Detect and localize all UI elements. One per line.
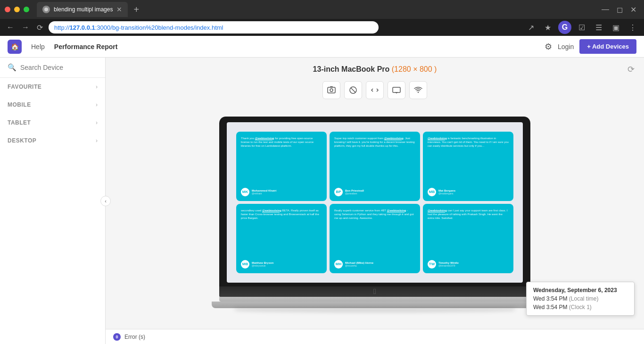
disable-button[interactable] bbox=[344, 81, 362, 99]
author-info-2: Mat Bergans @matbergans bbox=[438, 189, 455, 195]
screen-button[interactable] bbox=[388, 81, 405, 99]
datetime-tooltip: Wednesday, September 6, 2023 Wed 3:54 PM… bbox=[526, 282, 635, 316]
back-button[interactable]: ← bbox=[5, 21, 16, 34]
datetime-clock-time: Wed 3:54 PM bbox=[533, 304, 567, 310]
testimonial-grid: Thank you @webtoolsing for providing fre… bbox=[227, 122, 523, 283]
author-info-5: Timothy Wintle @timwintle1979 bbox=[438, 261, 459, 267]
close-window-button[interactable] bbox=[5, 7, 10, 12]
tablet-chevron: › bbox=[96, 119, 98, 126]
login-button[interactable]: Login bbox=[558, 43, 574, 50]
card-text-4: Really superb customer service from #BT … bbox=[334, 209, 415, 220]
new-tab-button[interactable]: + bbox=[133, 4, 139, 15]
author-handle-5: @timwintle1979 bbox=[438, 264, 459, 267]
browser-restore-button[interactable]: ◻ bbox=[614, 3, 626, 16]
device-toolbar bbox=[106, 81, 644, 99]
reload-button[interactable]: ⟳ bbox=[35, 21, 45, 34]
status-bar: 0 Error (s) bbox=[106, 329, 644, 344]
browser-minimize-button[interactable]: — bbox=[599, 3, 612, 16]
svg-point-3 bbox=[330, 89, 333, 92]
code-button[interactable] bbox=[366, 81, 384, 99]
laptop-base bbox=[212, 302, 538, 308]
browser-profile-icon[interactable]: G bbox=[558, 21, 571, 34]
card-text-2: @webtoolsing is fantastic benchmarking i… bbox=[428, 136, 509, 148]
mobile-chevron: › bbox=[96, 101, 98, 108]
card-author-0: MK Mohammed Khatri @mkhatri bbox=[241, 188, 322, 196]
maximize-window-button[interactable] bbox=[24, 7, 29, 12]
add-devices-button[interactable]: + Add Devices bbox=[579, 39, 636, 54]
datetime-clock: Wed 3:54 PM (Clock 1) bbox=[533, 304, 627, 310]
browser-bookmark-icon[interactable]: ★ bbox=[541, 21, 554, 34]
device-header: 13-inch MacBook Pro (1280 × 800 ) ⟳ bbox=[106, 58, 644, 81]
card-text-5: @webtoolsing can I just say your support… bbox=[428, 209, 509, 220]
sidebar-item-favourite[interactable]: FAVOURITE › bbox=[0, 78, 105, 96]
network-button[interactable] bbox=[409, 81, 427, 99]
card-author-5: TW Timothy Wintle @timwintle1979 bbox=[428, 260, 509, 268]
header-right: ⚙ Login + Add Devices bbox=[545, 39, 636, 54]
address-bar: ← → ⟳ http://127.0.0.1:3000/bg-transitio… bbox=[0, 19, 644, 36]
card-text-1: Super top notch customer support from @w… bbox=[334, 136, 415, 148]
browser-chrome: blending multipl images ✕ + — ◻ ✕ bbox=[0, 0, 644, 19]
browser-tab[interactable]: blending multipl images ✕ bbox=[37, 2, 128, 17]
sidebar-item-desktop[interactable]: DESKTOP › bbox=[0, 132, 105, 150]
mobile-label: MOBILE bbox=[8, 101, 31, 108]
laptop-device: Thank you @webtoolsing for providing fre… bbox=[219, 117, 530, 312]
laptop-screen-outer: Thank you @webtoolsing for providing fre… bbox=[219, 117, 530, 286]
settings-icon[interactable]: ⚙ bbox=[545, 42, 552, 52]
author-info-4: Michael (Mike) Horne @recantha bbox=[345, 261, 373, 267]
search-icon: 🔍 bbox=[8, 63, 17, 72]
apple-logo-icon:  bbox=[373, 287, 376, 296]
desktop-chevron: › bbox=[96, 137, 98, 144]
svg-point-1 bbox=[44, 8, 48, 11]
list-item: Super top notch customer support from @w… bbox=[330, 132, 420, 201]
tab-close-button[interactable]: ✕ bbox=[116, 6, 122, 13]
card-author-3: MB Matthew Bryson @mbrysonuk bbox=[241, 260, 322, 268]
nav-performance-report[interactable]: Performance Report bbox=[54, 43, 118, 50]
avatar: MB bbox=[241, 260, 249, 268]
url-text: http://127.0.0.1:3000/bg-transition%20bl… bbox=[54, 24, 223, 31]
browser-share-icon[interactable]: ↗ bbox=[524, 21, 537, 34]
avatar: MK bbox=[241, 188, 249, 196]
list-item: Thank you @webtoolsing for providing fre… bbox=[236, 132, 327, 201]
screenshot-button[interactable] bbox=[322, 81, 340, 99]
list-item: Really superb customer service from #BT … bbox=[330, 204, 420, 273]
browser-close-button[interactable]: ✕ bbox=[627, 3, 639, 16]
sidebar-sections: FAVOURITE › MOBILE › TABLET › DESKTOP › bbox=[0, 78, 105, 150]
sidebar-collapse-button[interactable]: ‹ bbox=[100, 196, 111, 206]
svg-rect-2 bbox=[328, 87, 335, 93]
search-input[interactable] bbox=[20, 64, 98, 71]
avatar: MB bbox=[428, 188, 436, 196]
forward-button[interactable]: → bbox=[20, 21, 31, 34]
svg-rect-7 bbox=[393, 87, 400, 92]
browser-cast-icon[interactable]: ▣ bbox=[609, 21, 622, 34]
app-header: 🏠 Help Performance Report ⚙ Login + Add … bbox=[0, 36, 644, 58]
refresh-button[interactable]: ⟳ bbox=[627, 64, 635, 75]
author-handle-2: @matbergans bbox=[438, 192, 455, 195]
browser-shield-icon[interactable]: ☑ bbox=[575, 21, 588, 34]
laptop-shadow bbox=[235, 308, 515, 312]
author-handle-4: @recantha bbox=[345, 264, 373, 267]
minimize-window-button[interactable] bbox=[14, 7, 20, 12]
url-bar[interactable]: http://127.0.0.1:3000/bg-transition%20bl… bbox=[49, 21, 379, 34]
error-count-badge: 0 bbox=[113, 333, 121, 341]
svg-rect-4 bbox=[330, 86, 333, 87]
author-info-0: Mohammed Khatri @mkhatri bbox=[252, 189, 276, 195]
sidebar: 🔍 FAVOURITE › MOBILE › TABLET › DESKTOP … bbox=[0, 58, 106, 344]
content-area: 13-inch MacBook Pro (1280 × 800 ) ⟳ bbox=[106, 58, 644, 344]
browser-extensions-icon[interactable]: ☰ bbox=[592, 21, 605, 34]
desktop-label: DESKTOP bbox=[8, 137, 36, 144]
list-item: secondkey used @webtoolsing BETA. Really… bbox=[236, 204, 327, 273]
author-info-3: Matthew Bryson @mbrysonuk bbox=[252, 261, 273, 267]
main-layout: 🔍 FAVOURITE › MOBILE › TABLET › DESKTOP … bbox=[0, 58, 644, 344]
laptop-chin:  bbox=[219, 286, 530, 297]
card-author-1: BP Ben Priestnall @priestben bbox=[334, 188, 415, 196]
datetime-date: Wednesday, September 6, 2023 bbox=[533, 287, 627, 294]
favourite-chevron: › bbox=[96, 84, 98, 90]
nav-help[interactable]: Help bbox=[31, 43, 45, 50]
browser-window-controls[interactable] bbox=[5, 7, 29, 12]
search-box: 🔍 bbox=[0, 58, 105, 78]
sidebar-item-mobile[interactable]: MOBILE › bbox=[0, 96, 105, 114]
card-text-3: secondkey used @webtoolsing BETA. Really… bbox=[241, 209, 322, 220]
browser-menu-icon[interactable]: ⋮ bbox=[626, 21, 639, 34]
sidebar-item-tablet[interactable]: TABLET › bbox=[0, 114, 105, 132]
laptop-screen: Thank you @webtoolsing for providing fre… bbox=[227, 122, 523, 283]
